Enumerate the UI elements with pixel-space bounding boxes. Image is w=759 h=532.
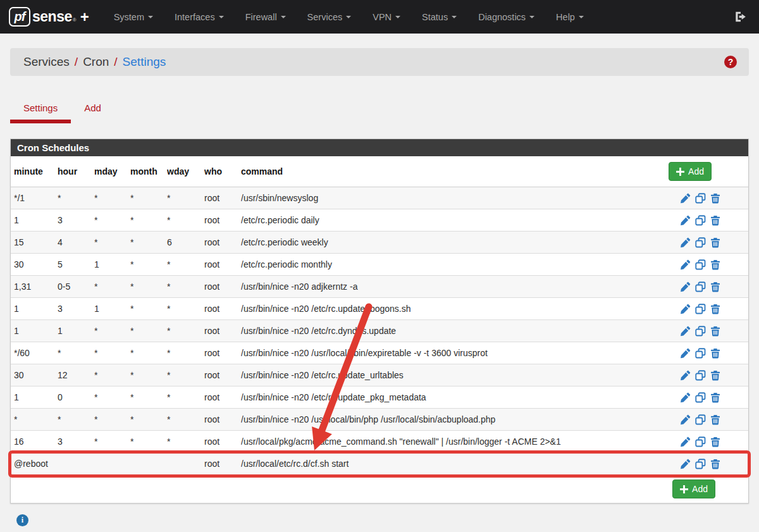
- cell-mday: *: [94, 215, 130, 225]
- nav-menu-item-label: Diagnostics: [478, 12, 526, 22]
- cell-command: /etc/rc.periodic monthly: [241, 259, 653, 269]
- cell-command: /usr/bin/nice -n20 /usr/local/bin/php /u…: [241, 414, 653, 424]
- edit-icon[interactable]: [680, 414, 691, 425]
- add-button-top[interactable]: Add: [669, 162, 712, 181]
- cell-hour: 1: [58, 326, 94, 336]
- breadcrumb-tab-link[interactable]: Settings: [123, 55, 166, 69]
- cell-mday: *: [94, 281, 130, 292]
- edit-icon[interactable]: [680, 281, 691, 292]
- cell-who: root: [204, 326, 241, 336]
- plus-icon: [676, 168, 684, 176]
- chevron-down-icon: [395, 16, 400, 18]
- edit-icon[interactable]: [680, 459, 691, 469]
- delete-icon[interactable]: [710, 436, 720, 447]
- pfsense-logo[interactable]: pf sense ® +: [9, 7, 89, 27]
- cell-minute: */1: [14, 193, 58, 203]
- nav-menu-item[interactable]: Firewall: [235, 0, 297, 34]
- cell-who: root: [204, 348, 241, 358]
- chevron-down-icon: [529, 16, 534, 18]
- cell-wday: *: [167, 281, 204, 292]
- edit-icon[interactable]: [680, 193, 691, 204]
- copy-icon[interactable]: [695, 237, 706, 248]
- delete-icon[interactable]: [710, 281, 720, 292]
- delete-icon[interactable]: [710, 215, 720, 226]
- copy-icon[interactable]: [695, 215, 706, 226]
- delete-icon[interactable]: [710, 237, 720, 248]
- edit-icon[interactable]: [680, 436, 691, 447]
- delete-icon[interactable]: [710, 326, 720, 337]
- nav-menu-item[interactable]: System: [103, 0, 164, 34]
- cell-who: root: [204, 237, 241, 247]
- delete-icon[interactable]: [710, 392, 720, 403]
- cell-who: root: [204, 215, 241, 225]
- cell-command: /usr/bin/nice -n20 adjkerntz -a: [241, 281, 653, 292]
- tab[interactable]: Settings: [10, 97, 71, 123]
- copy-icon[interactable]: [695, 281, 706, 292]
- copy-icon[interactable]: [695, 459, 706, 469]
- cell-command: /etc/rc.periodic daily: [241, 215, 653, 225]
- table-row: 1 1 * * * root /usr/bin/nice -n20 /etc/r…: [11, 320, 748, 342]
- cell-minute: */60: [14, 348, 58, 358]
- edit-icon[interactable]: [680, 304, 691, 314]
- delete-icon[interactable]: [710, 193, 720, 204]
- cell-minute: 15: [14, 237, 58, 247]
- edit-icon[interactable]: [680, 392, 691, 403]
- table-row: 30 12 * * * root /usr/bin/nice -n20 /etc…: [11, 364, 748, 387]
- copy-icon[interactable]: [695, 370, 706, 381]
- cell-hour: *: [58, 193, 94, 203]
- edit-icon[interactable]: [680, 259, 691, 270]
- row-actions: [653, 215, 723, 226]
- cell-who: root: [204, 370, 241, 380]
- cell-minute: *: [14, 414, 58, 424]
- copy-icon[interactable]: [695, 414, 706, 425]
- nav-menu-item[interactable]: Diagnostics: [467, 0, 545, 34]
- breadcrumb: Services / Cron / Settings ?: [10, 48, 749, 76]
- cell-mday: *: [94, 414, 130, 424]
- help-icon[interactable]: ?: [724, 56, 737, 68]
- delete-icon[interactable]: [710, 414, 720, 425]
- cell-mday: *: [94, 370, 130, 380]
- row-actions: [653, 259, 723, 270]
- cell-command: /etc/rc.periodic weekly: [241, 237, 653, 247]
- add-button-bottom[interactable]: Add: [672, 479, 715, 498]
- delete-icon[interactable]: [710, 304, 720, 314]
- delete-icon[interactable]: [710, 348, 720, 359]
- delete-icon[interactable]: [710, 459, 720, 469]
- cell-command: /usr/local/pkg/acme/acme_command.sh "ren…: [241, 436, 653, 447]
- cell-hour: 12: [58, 370, 94, 380]
- copy-icon[interactable]: [695, 436, 706, 447]
- nav-menu-item[interactable]: Interfaces: [164, 0, 235, 34]
- table-row: */1 * * * * root /usr/sbin/newsyslog: [11, 187, 748, 209]
- cell-command: /usr/bin/nice -n20 /etc/rc.dyndns.update: [241, 326, 653, 336]
- tab[interactable]: Add: [71, 97, 114, 123]
- cell-command: /usr/bin/nice -n20 /usr/local/sbin/expir…: [241, 348, 653, 358]
- copy-icon[interactable]: [695, 259, 706, 270]
- nav-menu-item[interactable]: Services: [297, 0, 362, 34]
- cell-command: /usr/bin/nice -n20 /etc/rc.update_bogons…: [241, 304, 653, 314]
- edit-icon[interactable]: [680, 326, 691, 337]
- nav-menu-item[interactable]: Status: [411, 0, 467, 34]
- edit-icon[interactable]: [680, 370, 691, 381]
- copy-icon[interactable]: [695, 304, 706, 314]
- cell-command: /usr/local/etc/rc.d/cf.sh start: [241, 459, 653, 469]
- delete-icon[interactable]: [710, 259, 720, 270]
- edit-icon[interactable]: [680, 215, 691, 226]
- copy-icon[interactable]: [695, 392, 706, 403]
- edit-icon[interactable]: [680, 348, 691, 359]
- copy-icon[interactable]: [695, 348, 706, 359]
- info-icon[interactable]: i: [16, 514, 28, 526]
- cell-minute: 16: [14, 436, 58, 447]
- cell-month: *: [130, 215, 167, 225]
- nav-menu-item[interactable]: Help: [545, 0, 595, 34]
- delete-icon[interactable]: [710, 370, 720, 381]
- copy-icon[interactable]: [695, 326, 706, 337]
- table-row: 1 0 * * * root /usr/bin/nice -n20 /etc/r…: [11, 387, 748, 409]
- copy-icon[interactable]: [695, 193, 706, 204]
- nav-menu-item[interactable]: VPN: [362, 0, 411, 34]
- logout-button[interactable]: [731, 8, 750, 25]
- nav-menu-item-label: Firewall: [245, 12, 277, 22]
- cell-month: *: [130, 237, 167, 247]
- cell-wday: *: [167, 436, 204, 447]
- edit-icon[interactable]: [680, 237, 691, 248]
- cell-who: root: [204, 392, 241, 402]
